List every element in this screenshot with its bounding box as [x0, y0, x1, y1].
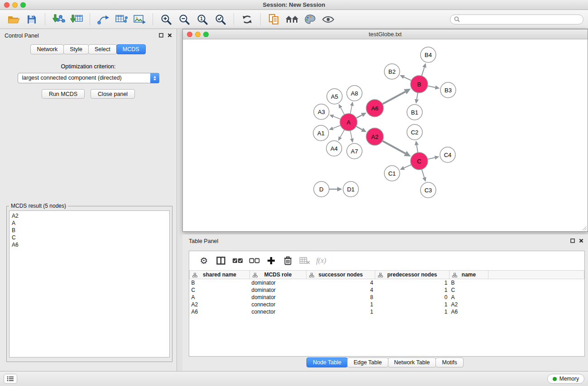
graph-node-D[interactable]: D — [314, 181, 329, 197]
table-row[interactable]: Cdominator41C — [190, 286, 584, 294]
graph-node-A5[interactable]: A5 — [327, 89, 342, 104]
table-row[interactable]: A6connector11A6 — [190, 308, 584, 315]
select-all-button[interactable] — [229, 254, 246, 267]
graph-edge-B-B1[interactable] — [417, 93, 418, 100]
graph-node-C4[interactable]: C4 — [440, 147, 455, 162]
column-header-mcds-role[interactable]: MCDS role — [250, 271, 306, 279]
task-history-button[interactable] — [4, 374, 17, 384]
table-cell[interactable]: 1 — [375, 279, 449, 286]
search-box[interactable] — [450, 14, 583, 24]
table-cell[interactable]: A — [449, 294, 488, 301]
search-input[interactable] — [462, 16, 579, 23]
zoom-actual-button[interactable]: 1 — [193, 12, 211, 27]
eye-button[interactable] — [319, 12, 337, 27]
run-mcds-button[interactable]: Run MCDS — [42, 89, 85, 99]
table-cell[interactable]: dominator — [250, 286, 306, 294]
list-item[interactable]: A2 — [12, 212, 167, 219]
table-cell[interactable]: connector — [250, 301, 306, 308]
new-network-button[interactable] — [94, 12, 112, 27]
graph-edge-B-B3[interactable] — [428, 86, 435, 87]
zoom-in-button[interactable] — [157, 12, 175, 27]
graph-edge-B-B4[interactable] — [422, 67, 425, 76]
minimize-traffic-light[interactable] — [12, 2, 18, 8]
list-item[interactable]: C — [12, 234, 167, 241]
table-cell[interactable]: 4 — [306, 279, 375, 286]
style-brush-button[interactable] — [301, 12, 319, 27]
table-cell[interactable]: C — [449, 286, 488, 294]
tab-network[interactable]: Network — [30, 44, 64, 54]
column-header-name[interactable]: name — [449, 271, 488, 279]
resize-grip-icon[interactable] — [582, 225, 587, 231]
table-cell[interactable]: 4 — [306, 286, 375, 294]
tab-motifs[interactable]: Motifs — [435, 357, 463, 367]
table-cell[interactable]: 0 — [375, 294, 449, 301]
table-settings-button[interactable]: ⚙ — [196, 254, 212, 267]
import-network-button[interactable] — [49, 12, 67, 27]
graph-node-B1[interactable]: B1 — [407, 105, 422, 120]
graph-edge-A-A6[interactable] — [356, 115, 362, 118]
graph-node-A4[interactable]: A4 — [326, 141, 342, 156]
close-traffic-light[interactable] — [4, 2, 10, 8]
graph-node-A3[interactable]: A3 — [314, 104, 329, 119]
network-close-traffic-light[interactable] — [187, 32, 192, 37]
graph-node-B3[interactable]: B3 — [440, 82, 456, 98]
list-item[interactable]: B — [12, 227, 167, 234]
graph-node-C1[interactable]: C1 — [384, 166, 400, 181]
tab-mcds[interactable]: MCDS — [116, 44, 146, 54]
open-file-button[interactable] — [5, 12, 23, 27]
table-cell[interactable]: 8 — [306, 294, 375, 301]
tab-select[interactable]: Select — [88, 44, 117, 54]
graph-edge-A-A2[interactable] — [356, 126, 362, 129]
close-panel-icon[interactable] — [167, 33, 172, 38]
column-header-shared-name[interactable]: shared name — [190, 271, 250, 279]
graph-edge-A-A1[interactable] — [333, 125, 340, 129]
list-item[interactable]: A6 — [12, 241, 167, 248]
clipboard-button[interactable] — [265, 12, 283, 27]
network-zoom-traffic-light[interactable] — [203, 32, 209, 37]
table-cell[interactable]: A6 — [190, 308, 250, 315]
table-cell[interactable]: 1 — [306, 308, 375, 315]
network-minimize-traffic-light[interactable] — [195, 32, 201, 37]
network-table-button[interactable] — [112, 12, 130, 27]
table-cell[interactable]: dominator — [250, 279, 306, 286]
graph-edge-A-A7[interactable] — [350, 131, 352, 139]
table-cell[interactable]: B — [190, 279, 250, 286]
graph-edge-A-A3[interactable] — [333, 116, 340, 119]
table-cell[interactable]: A2 — [190, 301, 250, 308]
graph-node-A2[interactable]: A2 — [366, 128, 383, 145]
tab-edge-table[interactable]: Edge Table — [347, 357, 388, 367]
graph-node-A1[interactable]: A1 — [313, 125, 329, 141]
graph-node-B4[interactable]: B4 — [421, 47, 436, 62]
export-image-button[interactable] — [130, 12, 148, 27]
column-header-successor-nodes[interactable]: successor nodes — [306, 271, 375, 279]
table-row[interactable]: A2connector11A2 — [190, 301, 584, 308]
graph-node-D1[interactable]: D1 — [343, 181, 359, 197]
table-cell[interactable]: A6 — [449, 308, 488, 315]
table-cell[interactable]: A — [190, 294, 250, 301]
graph-node-A8[interactable]: A8 — [347, 86, 362, 101]
graph-edge-C-C2[interactable] — [416, 145, 418, 153]
tab-network-table[interactable]: Network Table — [388, 357, 436, 367]
mcds-result-list[interactable]: A2ABCA6 — [9, 210, 170, 357]
delete-table-button[interactable] — [296, 254, 313, 267]
graph-edge-A-A5[interactable] — [340, 108, 344, 115]
import-table-button[interactable] — [67, 12, 86, 27]
graph-edge-B-B2[interactable] — [404, 77, 411, 81]
graph-node-A[interactable]: A — [340, 114, 357, 131]
tab-node-table[interactable]: Node Table — [306, 357, 348, 367]
zoom-fit-button[interactable] — [211, 12, 229, 27]
graph-edge-C-C4[interactable] — [428, 157, 435, 159]
function-builder-button[interactable]: f(x) — [313, 254, 330, 267]
save-session-button[interactable] — [23, 12, 41, 27]
graph-node-A7[interactable]: A7 — [347, 143, 362, 159]
graph-edge-A2-C[interactable] — [382, 141, 406, 153]
zoom-out-button[interactable] — [175, 12, 193, 27]
list-item[interactable]: A — [12, 219, 167, 227]
graph-edge-C-C1[interactable] — [404, 165, 411, 168]
memory-button[interactable]: Memory — [547, 374, 584, 384]
graph-edge-C-C3[interactable] — [422, 169, 425, 177]
deselect-all-button[interactable] — [246, 254, 263, 267]
zoom-traffic-light[interactable] — [20, 2, 26, 8]
float-panel-icon[interactable] — [570, 238, 575, 243]
graph-node-B[interactable]: B — [411, 76, 428, 93]
